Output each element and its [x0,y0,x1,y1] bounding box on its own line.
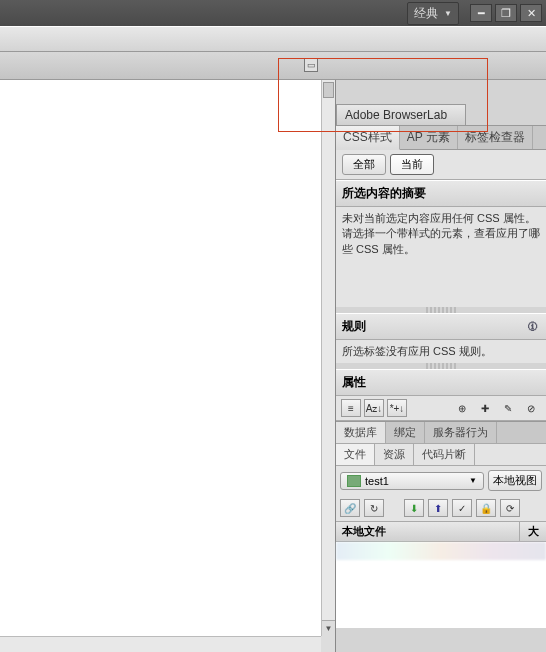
workspace-layout-dropdown[interactable]: 经典 ▼ [407,2,459,25]
server-panel-tabs: 数据库 绑定 服务器行为 [336,421,546,443]
checkout-icon[interactable]: ✓ [452,499,472,517]
tab-database[interactable]: 数据库 [336,422,386,443]
site-selector-row: test1 ▼ 本地视图 [336,466,546,495]
col-size[interactable]: 大 [520,522,546,541]
file-list-header: 本地文件 大 [336,522,546,542]
tab-bindings[interactable]: 绑定 [386,422,425,443]
right-panel-column: Adobe BrowserLab CSS样式 AP 元素 标签检查器 全部 当前… [336,80,546,652]
get-files-icon[interactable]: ⬇ [404,499,424,517]
scroll-down-icon[interactable]: ▼ [322,620,335,636]
set-properties-icon[interactable]: *+↓ [387,399,407,417]
disable-icon[interactable]: ⊘ [521,399,541,417]
tab-ap-elements[interactable]: AP 元素 [400,126,458,149]
list-item[interactable] [336,542,546,560]
summary-header: 所选内容的摘要 [336,180,546,207]
close-button[interactable]: ✕ [520,4,542,22]
resize-grip[interactable] [321,636,335,652]
rules-header: 规则 🛈 [336,313,546,340]
rules-section: 规则 🛈 所选标签没有应用 CSS 规则。 [336,313,546,363]
sync-icon[interactable]: ⟳ [500,499,520,517]
new-rule-icon[interactable]: ✚ [475,399,495,417]
properties-toolbar: ≡ Aᴢ↓ *+↓ ⊕ ✚ ✎ ⊘ [336,396,546,421]
site-name: test1 [365,475,389,487]
minimize-button[interactable]: ━ [470,4,492,22]
filter-all-button[interactable]: 全部 [342,154,386,175]
horizontal-scrollbar[interactable] [0,636,321,652]
refresh-icon[interactable]: ↻ [364,499,384,517]
document-canvas[interactable]: ▼ [0,80,336,652]
edit-rule-icon[interactable]: ✎ [498,399,518,417]
css-filter-row: 全部 当前 [336,150,546,180]
vertical-scrollbar[interactable]: ▼ [321,80,335,636]
checkin-icon[interactable]: 🔒 [476,499,496,517]
site-dropdown[interactable]: test1 ▼ [340,472,484,490]
tab-files[interactable]: 文件 [336,444,375,465]
layout-label: 经典 [414,5,438,22]
summary-body: 未对当前选定内容应用任何 CSS 属性。请选择一个带样式的元素，查看应用了哪些 … [336,207,546,307]
scrollbar-thumb[interactable] [323,82,334,98]
files-panel-tabs: 文件 资源 代码片断 [336,443,546,466]
restore-button[interactable]: ❐ [495,4,517,22]
chevron-down-icon: ▼ [444,9,452,18]
filter-current-button[interactable]: 当前 [390,154,434,175]
info-icon[interactable]: 🛈 [526,320,540,334]
tab-snippets[interactable]: 代码片断 [414,444,475,465]
connect-icon[interactable]: 🔗 [340,499,360,517]
window-titlebar: 经典 ▼ ━ ❐ ✕ [0,0,546,26]
folder-icon [347,475,361,487]
attach-stylesheet-icon[interactable]: ⊕ [452,399,472,417]
document-tab-strip: ▭ [0,52,546,80]
category-view-icon[interactable]: ≡ [341,399,361,417]
rules-body: 所选标签没有应用 CSS 规则。 [336,340,546,363]
sort-az-icon[interactable]: Aᴢ↓ [364,399,384,417]
put-files-icon[interactable]: ⬆ [428,499,448,517]
tab-css-styles[interactable]: CSS样式 [336,126,400,150]
css-panel-tabs: CSS样式 AP 元素 标签检查器 [336,125,546,150]
menu-bar [0,26,546,52]
chevron-down-icon: ▼ [469,476,477,485]
tab-tag-inspector[interactable]: 标签检查器 [458,126,533,149]
view-mode-dropdown[interactable]: 本地视图 [488,470,542,491]
col-local-files[interactable]: 本地文件 [336,522,520,541]
tab-browserlab[interactable]: Adobe BrowserLab [336,104,466,125]
files-toolbar: 🔗 ↻ ⬇ ⬆ ✓ 🔒 ⟳ [336,495,546,522]
tab-assets[interactable]: 资源 [375,444,414,465]
file-list[interactable] [336,542,546,628]
properties-section: 属性 ≡ Aᴢ↓ *+↓ ⊕ ✚ ✎ ⊘ [336,369,546,421]
panel-collapse-icon[interactable]: ▭ [304,58,318,72]
summary-section: 所选内容的摘要 未对当前选定内容应用任何 CSS 属性。请选择一个带样式的元素，… [336,180,546,307]
properties-header: 属性 [336,369,546,396]
tab-server-behaviors[interactable]: 服务器行为 [425,422,497,443]
